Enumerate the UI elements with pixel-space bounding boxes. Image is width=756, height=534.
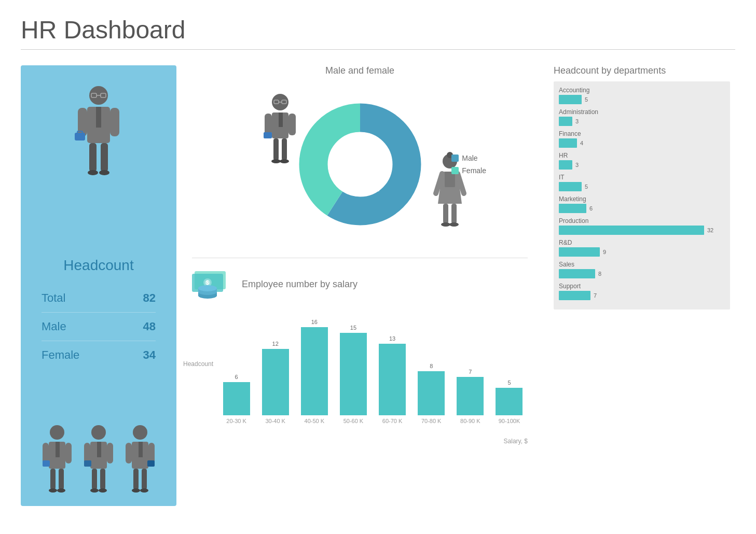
dept-row: R&D 9 <box>559 239 720 257</box>
dept-count: 5 <box>585 96 588 103</box>
bar-group: 12 30-40 K <box>257 310 294 424</box>
headcount-stats: Total 82 Male 48 Female 34 <box>31 284 166 369</box>
salary-header: $ Employee number by salary <box>192 269 528 300</box>
male-figure-donut-svg <box>259 92 301 170</box>
svg-point-43 <box>140 488 148 493</box>
stat-row-total: Total 82 <box>42 284 156 313</box>
stat-label-male: Male <box>42 320 66 333</box>
left-panel: Headcount Total 82 Male 48 Female 34 <box>21 65 176 506</box>
bar-label: 40-50 K <box>305 418 325 424</box>
bar-group: 15 50-60 K <box>335 310 372 424</box>
dept-name: Support <box>559 283 720 290</box>
bar-group: 5 90-100K <box>491 310 528 424</box>
bar-group: 13 60-70 K <box>374 310 411 424</box>
dept-bar-row: 9 <box>559 247 720 257</box>
dept-chart-title: Headcount by departments <box>554 65 730 76</box>
bar-label: 50-60 K <box>343 418 364 424</box>
svg-rect-5 <box>96 107 101 128</box>
dept-row: HR 3 <box>559 152 720 170</box>
bar-label: 70-80 K <box>421 418 442 424</box>
donut-legend: Male Female <box>451 154 486 175</box>
bar-rect <box>262 349 289 415</box>
salary-chart-title: Employee number by salary <box>242 279 358 290</box>
legend-male: Male <box>451 154 486 162</box>
svg-rect-16 <box>56 442 60 457</box>
bar-group: 16 40-50 K <box>296 310 333 424</box>
svg-rect-29 <box>84 460 91 467</box>
bar-value: 13 <box>389 335 395 342</box>
bar-group: 8 70-80 K <box>413 310 450 424</box>
bar-rect <box>223 382 250 415</box>
male-figure-donut <box>259 92 301 172</box>
svg-rect-28 <box>107 443 113 463</box>
dept-count: 5 <box>585 184 588 190</box>
bottom-person-1 <box>38 423 76 496</box>
svg-rect-26 <box>97 442 101 457</box>
dept-name: Accounting <box>559 87 720 94</box>
donut-chart-svg: 59 41 <box>287 92 433 237</box>
bar-group: 7 80-90 K <box>452 310 489 424</box>
dept-row: Support 7 <box>559 283 720 300</box>
dept-bar-row: 3 <box>559 117 720 126</box>
svg-text:59: 59 <box>338 148 350 161</box>
svg-rect-50 <box>265 114 272 135</box>
dept-bar <box>559 95 582 104</box>
svg-point-13 <box>99 170 109 175</box>
svg-rect-40 <box>133 469 139 489</box>
y-axis-label: Headcount <box>183 360 213 368</box>
stat-value-female: 34 <box>143 348 156 362</box>
stat-label-total: Total <box>42 291 65 305</box>
svg-point-12 <box>88 170 98 175</box>
svg-point-23 <box>57 488 65 493</box>
dept-count: 3 <box>575 118 579 124</box>
bottom-person-3 <box>121 423 159 496</box>
dept-row: Accounting 5 <box>559 87 720 104</box>
right-panel: Headcount by departments Accounting 5 Ad… <box>543 65 735 506</box>
dept-count: 3 <box>575 162 579 168</box>
bar-value: 15 <box>350 325 356 331</box>
legend-female: Female <box>451 166 486 175</box>
legend-label-male: Male <box>462 154 477 162</box>
bar-rect <box>301 327 328 415</box>
page-title: HR Dashboard <box>21 16 735 44</box>
top-person-area <box>67 81 130 185</box>
dept-name: R&D <box>559 239 720 246</box>
money-icon: $ <box>192 269 233 300</box>
svg-text:41: 41 <box>366 181 379 194</box>
dept-bar-row: 6 <box>559 204 720 213</box>
dept-bar <box>559 291 590 300</box>
salary-section: $ Employee number by salary Headcount 6 … <box>192 269 528 445</box>
dept-name: Finance <box>559 130 720 137</box>
dept-bar <box>559 182 582 191</box>
svg-text:$: $ <box>206 280 209 286</box>
svg-rect-39 <box>147 460 155 467</box>
dept-bar <box>559 226 704 235</box>
donut-section: Male and female <box>192 65 528 258</box>
svg-rect-7 <box>110 108 119 136</box>
svg-rect-69 <box>451 204 457 223</box>
dept-name: Sales <box>559 261 720 268</box>
svg-rect-53 <box>273 138 279 160</box>
x-axis-label: Salary, $ <box>504 438 528 445</box>
dept-bar-row: 8 <box>559 269 720 278</box>
dept-row: Administration 3 <box>559 108 720 126</box>
svg-point-33 <box>99 488 107 493</box>
page: HR Dashboard <box>0 0 756 516</box>
dept-bar-row: 3 <box>559 160 720 170</box>
dept-bar-row: 4 <box>559 138 720 148</box>
svg-rect-36 <box>139 442 143 457</box>
dept-name: Administration <box>559 108 720 116</box>
svg-rect-52 <box>264 132 272 138</box>
headcount-label: Headcount <box>63 257 133 274</box>
dept-name: HR <box>559 152 720 159</box>
svg-rect-20 <box>50 469 56 489</box>
stat-row-male: Male 48 <box>42 313 156 341</box>
dept-row: Production 32 <box>559 217 720 235</box>
svg-rect-31 <box>100 469 105 489</box>
bar-rect <box>496 388 523 415</box>
dept-row: Marketing 6 <box>559 195 720 213</box>
svg-rect-49 <box>279 113 283 127</box>
svg-rect-19 <box>43 460 50 467</box>
dept-name: Production <box>559 217 720 224</box>
svg-point-22 <box>49 488 57 493</box>
